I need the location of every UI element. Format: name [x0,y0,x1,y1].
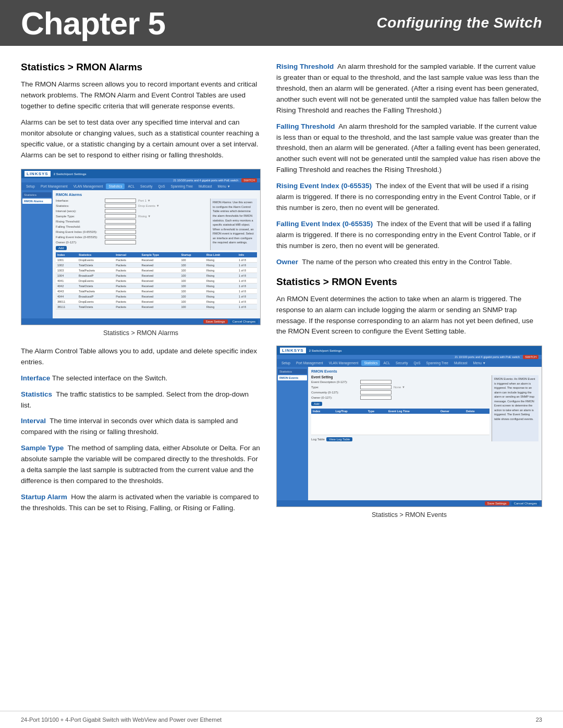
events-info-panel: RMON Events: An RMON Event is triggered … [492,375,538,441]
table-row: 1004BroadcastPPacketsReceived100Rising1 … [56,273,257,278]
table-row: 1003TotalPacketsPacketsReceived100Rising… [56,268,257,273]
label-owner: Owner (0-127): [56,241,103,244]
nav-qos[interactable]: QoS [156,183,168,189]
save-settings-button[interactable]: Save Settings [203,319,228,324]
table-row: 38111TotalOctetsPacketsReceived100Rising… [56,304,257,310]
nav-port-mgmt[interactable]: Port Management [38,183,70,189]
events-nav-menu[interactable]: Menu ▼ [471,360,489,366]
events-nav-qos[interactable]: QoS [411,360,423,366]
term-rising-threshold-label: Rising Threshold [276,63,334,70]
input-interval[interactable] [105,209,136,213]
form-row-rising-threshold: Rising Threshold: [56,219,208,224]
events-col-logtime: Event Log Time [387,409,439,414]
form-row-falling-event: Falling Event Index (0-65535): [56,235,208,239]
events-sidebar-statistics: Statistics [278,369,307,374]
input-falling-event[interactable] [105,235,136,239]
form-row-statistics: Statistics: Drop Events ▼ [56,204,208,208]
events-nav-port[interactable]: Port Management [293,360,326,366]
input-description[interactable] [360,380,391,384]
label-community: Community (0-127): [311,391,358,394]
events-linksys-footer: Save Settings Cancel Changes [277,500,542,507]
info-text: RMON Alarms: Use this screen to configur… [213,200,255,244]
form-and-info: Interface: Port 1 ▼ Statistics: Drop Eve… [56,199,257,250]
table-row: 4041DropEventsPacketsReceived100Rising1 … [56,278,257,283]
form-fields: Interface: Port 1 ▼ Statistics: Drop Eve… [56,199,208,250]
nav-statistics[interactable]: Statistics [106,183,125,189]
input-statistics[interactable] [105,204,136,208]
input-community[interactable] [360,390,391,394]
nav-multicast[interactable]: Multicast [196,183,215,189]
input-interface[interactable] [105,199,136,203]
label-rising-threshold: Rising Threshold: [56,220,103,223]
table-row: 1001DropEventsPacketsReceived100Rising1 … [56,257,257,263]
linksys-body: Statistics RMON Alarms RMON Alarms Inter… [21,190,260,318]
statistics-value: Drop Events ▼ [138,204,160,207]
table-row: 4043TotalPacketsPacketsReceived100Rising… [56,289,257,294]
nav-acl[interactable]: ACL [125,183,137,189]
label-description: Event Description (0-127): [311,380,358,384]
linksys-header: LINKSYS 2 Switch/port Settings [21,169,260,178]
term-falling-event-index: Falling Event Index (0-65535) The index … [276,219,542,252]
linksys-logo: LINKSYS [25,171,51,177]
col-index: Index [56,252,77,257]
nav-menu[interactable]: Menu ▼ [215,183,234,189]
log-table-row: Log Table View Log Table [311,437,489,441]
col-sample: Sample Type [140,252,179,257]
input-type[interactable] [360,385,391,389]
label-events-owner: Owner (0-127): [311,396,358,399]
intro-paragraph-2: Alarms can be set to test data over any … [21,117,261,161]
term-sample-label: Sample Type [21,444,64,452]
status-bar: 21 10/100 ports and 4 gigabit ports with… [21,178,260,182]
events-nav-setup[interactable]: Setup [279,360,293,366]
nav-spanning[interactable]: Spanning Tree [168,183,195,189]
form-row-sample: Sample Type: Rising ▼ [56,214,208,218]
events-nav-spanning[interactable]: Spanning Tree [424,360,451,366]
input-owner[interactable] [105,240,136,244]
linksys-events-subtitle: 2 Switch/port Settings [309,349,342,352]
events-nav-statistics[interactable]: Statistics [361,360,380,366]
events-nav-multicast[interactable]: Multicast [451,360,470,366]
label-falling-threshold: Falling Threshold: [56,225,103,228]
events-add-button[interactable]: Add [311,402,322,406]
linksys-main-form: RMON Alarms Interface: Port 1 ▼ Statisti… [53,190,260,318]
chapter-title: Chapter 5 [21,5,165,42]
events-sidebar-rmon[interactable]: RMON Events [278,375,307,380]
rmon-alarms-screenshot: LINKSYS 2 Switch/port Settings 21 10/100… [21,169,261,325]
events-nav-security[interactable]: Security [393,360,410,366]
right-column: Rising Threshold An alarm threshold for … [276,61,542,528]
input-sample[interactable] [105,214,136,218]
term-falling-threshold: Falling Threshold An alarm threshold for… [276,121,542,176]
page-header: Chapter 5 Configuring the Switch [0,0,563,46]
sidebar-rmon-alarms[interactable]: RMON Alarms [22,199,52,204]
view-log-table-button[interactable]: View Log Table [326,437,352,441]
events-form-and-info: Event Setting Event Description (0-127):… [311,375,538,441]
input-rising-threshold[interactable] [105,219,136,224]
input-falling-threshold[interactable] [105,225,136,229]
sidebar-statistics: Statistics [22,192,52,198]
input-events-owner[interactable] [360,396,391,400]
label-sample: Sample Type: [56,215,103,218]
term-falling-event-label: Falling Event Index (0-65535) [276,220,373,228]
nav-security[interactable]: Security [138,183,155,189]
add-button[interactable]: Add [56,246,67,250]
events-nav-acl[interactable]: ACL [381,360,393,366]
events-save-button[interactable]: Save Settings [485,501,509,505]
footer-left: 24-Port 10/100 + 4-Port Gigabit Switch w… [21,717,222,723]
type-value: None ▼ [394,386,405,389]
label-falling-event: Falling Event Index (0-65535): [56,236,103,239]
nav-setup[interactable]: Setup [23,183,38,189]
input-rising-event[interactable] [105,230,136,234]
form-buttons: Add [56,246,208,250]
nav-vlan[interactable]: VLAN Management [71,183,106,189]
term-startup-alarm: Startup Alarm How the alarm is activated… [21,492,261,514]
linksys-events-header: LINKSYS 2 Switch/port Settings [277,346,542,355]
term-statistics: Statistics The traffic statistics to be … [21,389,261,411]
form-row-interface: Interface: Port 1 ▼ [56,199,208,203]
events-col-type: Type [366,409,387,414]
alarms-table: Index Statistics Interval Sample Type St… [56,252,257,310]
events-row-type: Type: None ▼ [311,385,489,389]
events-nav-vlan[interactable]: VLAN Management [326,360,361,366]
cancel-changes-button[interactable]: Cancel Changes [230,319,258,324]
term-interval: Interval The time interval in seconds ov… [21,416,261,438]
events-cancel-button[interactable]: Cancel Changes [511,501,540,505]
